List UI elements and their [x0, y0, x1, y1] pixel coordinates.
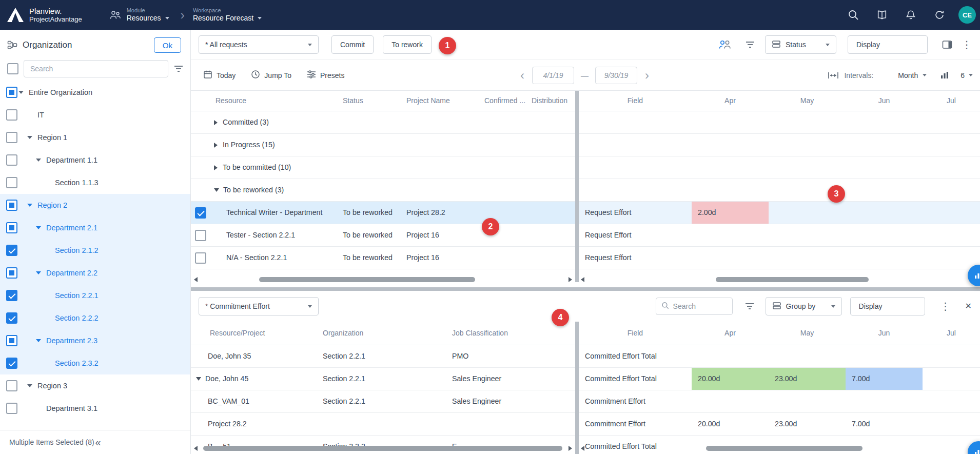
- effort-cell-apr[interactable]: [692, 345, 769, 367]
- tree-item-region-3[interactable]: Region 3: [0, 374, 190, 397]
- chevron-down-icon[interactable]: [196, 377, 201, 381]
- tree-item-section-2-1-2[interactable]: Section 2.1.2: [0, 239, 190, 262]
- tree-item-section-2-3-2[interactable]: Section 2.3.2: [0, 352, 190, 374]
- chevron-down-icon[interactable]: [27, 204, 32, 207]
- today-button[interactable]: Today: [203, 70, 236, 81]
- checkbox[interactable]: [6, 335, 17, 346]
- chevron-right-icon[interactable]: [214, 120, 218, 125]
- lower-search-box[interactable]: [656, 298, 733, 315]
- checkbox[interactable]: [6, 267, 17, 279]
- more-options-icon[interactable]: [962, 40, 972, 50]
- group-row-to-be-committed[interactable]: To be committed (10): [191, 156, 575, 179]
- checkbox[interactable]: [6, 154, 17, 166]
- effort-cell-apr[interactable]: 20.00d: [692, 413, 769, 435]
- commitment-row[interactable]: Doe, John 45 Section 2.2.1 Sales Enginee…: [191, 368, 575, 390]
- scroll-left-arrow-icon[interactable]: [194, 277, 198, 282]
- group-row-in-progress[interactable]: In Progress (15): [191, 134, 575, 156]
- chevron-down-icon[interactable]: [27, 136, 32, 139]
- module-switcher[interactable]: Module Resources: [109, 7, 169, 23]
- checkbox[interactable]: [6, 245, 17, 256]
- previous-period-chevron-icon[interactable]: [519, 69, 525, 82]
- effort-cell-jun[interactable]: [846, 224, 923, 246]
- group-row-to-be-reworked[interactable]: To be reworked (3): [191, 179, 575, 202]
- effort-cell-jul[interactable]: [923, 202, 980, 224]
- filter-icon[interactable]: [174, 65, 183, 72]
- effort-cell-apr[interactable]: 20.00d: [692, 368, 769, 390]
- row-checkbox[interactable]: [195, 207, 206, 219]
- effort-cell-jun[interactable]: [846, 202, 923, 224]
- effort-cell-jul[interactable]: [923, 345, 980, 367]
- chevron-right-icon[interactable]: [214, 143, 218, 148]
- request-row[interactable]: Tester - Section 2.2.1 To be reworked Pr…: [191, 224, 575, 247]
- scrollbar-thumb[interactable]: [706, 446, 863, 451]
- tree-item-region-2[interactable]: Region 2: [0, 194, 190, 216]
- row-checkbox[interactable]: [195, 252, 206, 264]
- tree-item-department-1-1[interactable]: Department 1.1: [0, 149, 190, 171]
- effort-cell-apr[interactable]: [692, 224, 769, 246]
- effort-cell-jul[interactable]: [923, 224, 980, 246]
- effort-cell-may[interactable]: [769, 247, 846, 269]
- effort-cell-jul[interactable]: [923, 368, 980, 390]
- tree-item-section-2-2-2[interactable]: Section 2.2.2: [0, 307, 190, 329]
- commitment-row[interactable]: Project 28.2: [191, 413, 575, 436]
- close-panel-icon[interactable]: [965, 302, 972, 310]
- chevron-right-icon[interactable]: [214, 165, 218, 170]
- checkbox[interactable]: [6, 380, 17, 391]
- group-by-dropdown[interactable]: Group by: [766, 297, 842, 315]
- date-from-input[interactable]: 4/1/19: [532, 67, 574, 84]
- chevron-down-icon[interactable]: [36, 271, 41, 274]
- status-dropdown[interactable]: Status: [765, 35, 836, 54]
- checkbox[interactable]: [6, 358, 17, 369]
- scrollbar-thumb[interactable]: [716, 277, 869, 282]
- display-button[interactable]: Display: [850, 297, 925, 315]
- interval-unit-dropdown[interactable]: Month: [898, 71, 927, 80]
- next-period-chevron-icon[interactable]: [644, 69, 650, 82]
- column-splitter[interactable]: [575, 91, 579, 282]
- chevron-down-icon[interactable]: [18, 91, 24, 94]
- chevron-down-icon[interactable]: [214, 188, 219, 192]
- effort-cell-may[interactable]: 23.00d: [769, 413, 846, 435]
- side-panel-toggle-icon[interactable]: [942, 40, 952, 49]
- pane-resize-handle[interactable]: [191, 287, 980, 291]
- column-splitter[interactable]: [575, 322, 579, 454]
- filter-icon[interactable]: [746, 41, 755, 48]
- commitment-row[interactable]: BC_VAM_01 Section 2.2.1 Sales Engineer: [191, 390, 575, 413]
- chevron-down-icon[interactable]: [27, 384, 32, 387]
- display-button[interactable]: Display: [848, 35, 928, 54]
- notifications-bell-icon[interactable]: [905, 9, 916, 21]
- effort-cell-jun[interactable]: 7.00d: [846, 368, 923, 390]
- tree-item-entire-organization[interactable]: Entire Organization: [0, 81, 190, 104]
- group-row-committed[interactable]: Committed (3): [191, 111, 575, 134]
- effort-cell-apr[interactable]: [692, 247, 769, 269]
- request-row[interactable]: N/A - Section 2.2.1 To be reworked Proje…: [191, 247, 575, 269]
- scroll-left-arrow-icon[interactable]: [581, 446, 584, 451]
- lower-search-input[interactable]: [673, 302, 727, 310]
- checkbox[interactable]: [6, 222, 17, 233]
- scrollbar-thumb[interactable]: [259, 277, 475, 282]
- effort-cell-jul[interactable]: [923, 390, 980, 412]
- effort-cell-jul[interactable]: [923, 413, 980, 435]
- request-row[interactable]: Technical Writer - Department To be rewo…: [191, 202, 575, 224]
- library-book-icon[interactable]: [876, 9, 888, 21]
- collapse-sidebar-icon[interactable]: [95, 437, 182, 448]
- tree-item-section-1-1-3[interactable]: Section 1.1.3: [0, 171, 190, 194]
- chevron-down-icon[interactable]: [36, 226, 41, 229]
- effort-cell-jul[interactable]: [923, 247, 980, 269]
- effort-cell-jun[interactable]: [846, 345, 923, 367]
- effort-cell-may[interactable]: [769, 202, 846, 224]
- interval-count-dropdown[interactable]: 6: [961, 71, 973, 80]
- search-icon[interactable]: [848, 9, 859, 21]
- chevron-down-icon[interactable]: [36, 339, 41, 342]
- chevron-down-icon[interactable]: [36, 159, 41, 162]
- effort-cell-may[interactable]: 23.00d: [769, 368, 846, 390]
- checkbox[interactable]: [6, 403, 17, 414]
- lower-right-scrollbar[interactable]: [581, 445, 980, 451]
- to-rework-button[interactable]: To rework: [383, 35, 432, 54]
- scroll-left-arrow-icon[interactable]: [194, 446, 198, 451]
- view-select[interactable]: * All requests: [199, 35, 319, 54]
- checkbox[interactable]: [6, 177, 17, 188]
- select-all-checkbox[interactable]: [7, 63, 18, 74]
- commit-button[interactable]: Commit: [331, 35, 374, 54]
- date-to-input[interactable]: 9/30/19: [595, 67, 637, 84]
- tree-item-department-2-2[interactable]: Department 2.2: [0, 262, 190, 284]
